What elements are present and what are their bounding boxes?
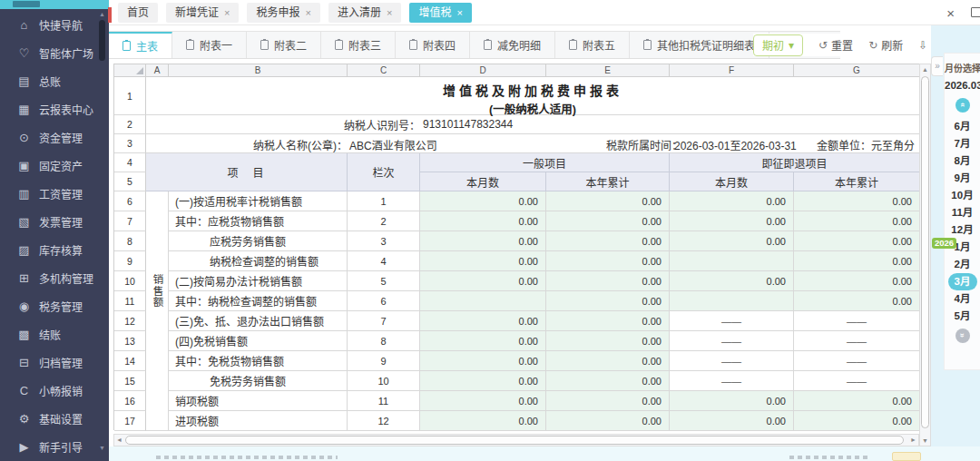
scroll-left-arrow-icon[interactable]: ◄ (116, 436, 122, 443)
sheet-tab[interactable]: 附表四 (396, 32, 470, 58)
reset-button[interactable]: ↺重置 (818, 37, 853, 53)
value-cell[interactable]: 0.00 (420, 191, 546, 211)
sidebar-item[interactable]: ◉税务管理 (0, 292, 98, 320)
value-cell[interactable]: 0.00 (546, 311, 670, 331)
value-cell[interactable]: 0.00 (546, 351, 670, 371)
value-cell[interactable]: 0.00 (420, 311, 546, 331)
month-item[interactable]: 9月 (945, 170, 980, 187)
month-item[interactable]: 3月 (948, 273, 977, 290)
row-header[interactable]: 6 (114, 191, 146, 211)
sidebar-item[interactable]: ⌂快捷导航 (0, 11, 98, 39)
sheet-tab[interactable]: 其他扣税凭证明细表 (630, 32, 769, 58)
value-cell[interactable]: 0.00 (420, 251, 546, 271)
scroll-up-arrow-icon[interactable]: ▲ (99, 11, 105, 17)
months-scroll-down-button[interactable]: « (956, 329, 970, 343)
sidebar-item[interactable]: ♡智能体广场 (0, 39, 98, 67)
horizontal-scrollbar-thumb[interactable] (125, 436, 904, 445)
value-cell[interactable]: 0.00 (794, 211, 920, 231)
sidebar-item[interactable]: ▧发票管理 (0, 208, 98, 236)
value-cell[interactable] (670, 291, 794, 311)
column-header[interactable]: G (794, 64, 920, 77)
value-cell[interactable]: 0.00 (670, 411, 794, 431)
select-all-corner[interactable] (114, 64, 146, 77)
month-item[interactable]: 10月 (945, 187, 980, 204)
row-header[interactable]: 16 (114, 391, 146, 411)
value-cell[interactable]: 0.00 (546, 231, 670, 251)
row-header[interactable]: 3 (114, 134, 146, 153)
value-cell[interactable]: 0.00 (546, 371, 670, 391)
value-cell[interactable]: 0.00 (794, 411, 920, 431)
scroll-down-arrow-icon[interactable]: ▼ (920, 437, 930, 444)
sidebar-scrollbar[interactable]: ▲ ▼ (98, 9, 107, 461)
sidebar-scrollbar-thumb[interactable] (99, 20, 105, 61)
months-scroll-up-button[interactable]: « (956, 98, 970, 113)
value-cell[interactable]: 0.00 (546, 331, 670, 351)
column-header[interactable]: F (670, 64, 794, 77)
tab-close-icon[interactable]: × (387, 7, 392, 18)
tab-close-icon[interactable]: × (224, 7, 230, 18)
row-header[interactable]: 9 (114, 251, 146, 271)
column-header[interactable]: E (546, 64, 670, 77)
vertical-scrollbar[interactable]: ▲ ▼ (919, 64, 931, 446)
row-header[interactable]: 4 (114, 153, 146, 172)
row-header[interactable]: 5 (114, 172, 146, 191)
sheet-tab[interactable]: 主表 (109, 32, 172, 58)
page-tab[interactable]: 税务申报× (247, 3, 319, 23)
sheet-tab[interactable]: 附表三 (321, 32, 396, 58)
value-cell[interactable] (420, 291, 546, 311)
value-cell[interactable]: 0.00 (420, 391, 546, 411)
vertical-scrollbar-thumb[interactable] (921, 76, 929, 428)
month-item[interactable]: 7月 (945, 135, 980, 152)
row-header[interactable]: 10 (114, 271, 146, 291)
month-item[interactable]: 8月 (945, 152, 980, 170)
column-header[interactable]: A (146, 64, 169, 77)
scroll-down-arrow-icon[interactable]: ▼ (99, 445, 105, 451)
period-button[interactable]: 期初 ▾ (753, 34, 803, 56)
collapse-panel-icon[interactable]: » (931, 56, 943, 76)
month-item[interactable]: 2月 (945, 256, 980, 273)
sidebar-item[interactable]: ▤总账 (0, 67, 98, 95)
value-cell[interactable]: 0.00 (546, 291, 670, 311)
row-header[interactable]: 17 (114, 411, 146, 431)
tab-close-icon[interactable]: × (456, 7, 462, 18)
value-cell[interactable]: 0.00 (546, 251, 670, 271)
column-header[interactable]: C (348, 64, 420, 77)
sidebar-item[interactable]: ▥工资管理 (0, 180, 98, 208)
value-cell[interactable]: 0.00 (420, 211, 546, 231)
value-cell[interactable]: 0.00 (794, 231, 920, 251)
value-cell[interactable]: 0.00 (670, 231, 794, 251)
value-cell[interactable]: 0.00 (794, 191, 920, 211)
sidebar-item[interactable]: ⊟归档管理 (0, 348, 98, 377)
horizontal-scrollbar[interactable]: ◄ ► (113, 434, 919, 446)
sidebar-item[interactable]: ▦云报表中心 (0, 95, 98, 123)
sheet-tab[interactable]: 附表二 (247, 32, 321, 58)
sidebar-item[interactable]: ⊙资金管理 (0, 123, 98, 152)
value-cell[interactable]: 0.00 (420, 271, 546, 291)
row-header[interactable]: 2 (114, 115, 146, 134)
value-cell[interactable]: 0.00 (670, 191, 794, 211)
month-item[interactable]: 4月 (945, 290, 980, 308)
month-item[interactable]: 11月 (945, 204, 980, 221)
sidebar-item[interactable]: ⊞多机构管理 (0, 264, 98, 292)
row-header[interactable]: 8 (114, 231, 146, 251)
value-cell[interactable]: 0.00 (546, 191, 670, 211)
row-header[interactable]: 12 (114, 311, 146, 331)
value-cell[interactable] (670, 251, 794, 271)
sidebar-item[interactable]: ▨库存核算 (0, 236, 98, 264)
sidebar-item[interactable]: C小畅报销 (0, 377, 98, 405)
column-header[interactable]: B (169, 64, 348, 77)
month-item[interactable]: 12月 (945, 221, 980, 239)
tab-close-icon[interactable]: × (305, 7, 310, 18)
value-cell[interactable]: 0.00 (546, 271, 670, 291)
month-item[interactable]: 5月 (945, 308, 980, 325)
row-header[interactable]: 15 (114, 371, 146, 391)
row-header[interactable]: 11 (114, 291, 146, 311)
row-header[interactable]: 13 (114, 331, 146, 351)
month-item[interactable]: 6月 (945, 118, 980, 135)
value-cell[interactable]: 0.00 (794, 391, 920, 411)
sidebar-item[interactable]: ▶新手引导 (0, 433, 98, 461)
sidebar-item[interactable]: ▣固定资产 (0, 152, 98, 180)
row-header[interactable]: 7 (114, 211, 146, 231)
value-cell[interactable]: 0.00 (546, 391, 670, 411)
value-cell[interactable]: 0.00 (420, 411, 546, 431)
